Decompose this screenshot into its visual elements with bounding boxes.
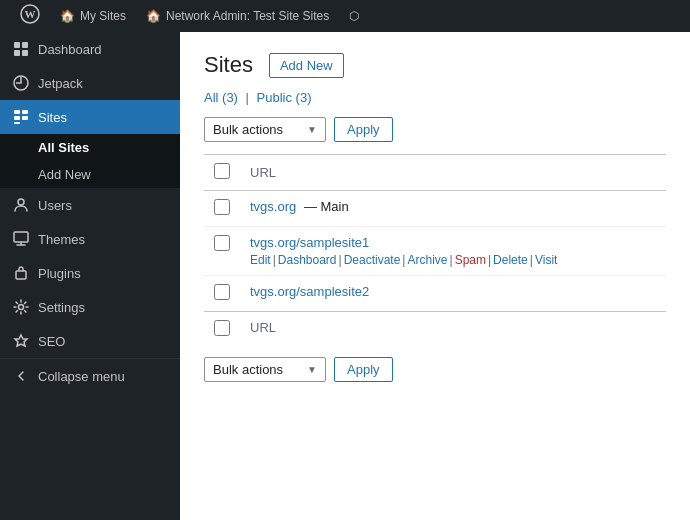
svg-rect-13 xyxy=(14,232,28,242)
site-3-cell: tvgs.org/samplesite2 xyxy=(240,276,666,312)
bulk-actions-select-bottom[interactable]: Bulk actions ▼ xyxy=(204,357,326,382)
site-2-action-dashboard[interactable]: Dashboard xyxy=(278,253,337,267)
page-header: Sites Add New xyxy=(204,52,666,78)
sidebar-sites-submenu: All Sites Add New xyxy=(0,134,180,188)
users-icon xyxy=(12,196,30,214)
site-1-suffix: — Main xyxy=(300,199,349,214)
admin-bar-wp-logo[interactable]: W xyxy=(10,0,50,32)
svg-rect-4 xyxy=(14,50,20,56)
sidebar-item-plugins-label: Plugins xyxy=(38,266,81,281)
sidebar-item-sites[interactable]: Sites xyxy=(0,100,180,134)
page-title: Sites xyxy=(204,52,253,78)
jetpack-icon xyxy=(12,74,30,92)
admin-bar-my-sites[interactable]: 🏠 My Sites xyxy=(50,0,136,32)
site-1-checkbox-cell xyxy=(204,191,240,227)
filter-links: All (3) | Public (3) xyxy=(204,90,666,105)
sidebar-item-themes-label: Themes xyxy=(38,232,85,247)
filter-separator: | xyxy=(246,90,249,105)
apply-button-top[interactable]: Apply xyxy=(334,117,393,142)
footer-url-row: URL xyxy=(204,312,666,348)
site-2-action-visit[interactable]: Visit xyxy=(535,253,557,267)
site-2-action-deactivate[interactable]: Deactivate xyxy=(344,253,401,267)
svg-rect-9 xyxy=(14,116,20,120)
network-icon: 🏠 xyxy=(146,9,161,23)
sidebar-item-users-label: Users xyxy=(38,198,72,213)
site-3-url[interactable]: tvgs.org/samplesite2 xyxy=(250,284,369,299)
bulk-actions-chevron-bottom: ▼ xyxy=(307,364,317,375)
svg-rect-10 xyxy=(22,116,28,120)
admin-bar: W 🏠 My Sites 🏠 Network Admin: Test Site … xyxy=(0,0,690,32)
site-2-checkbox-cell xyxy=(204,227,240,276)
site-3-checkbox-cell xyxy=(204,276,240,312)
svg-marker-16 xyxy=(15,335,27,346)
svg-rect-8 xyxy=(22,110,28,114)
site-1-url[interactable]: tvgs.org xyxy=(250,199,296,214)
sidebar-item-plugins[interactable]: Plugins xyxy=(0,256,180,290)
sidebar-item-sites-label: Sites xyxy=(38,110,67,125)
my-sites-icon: 🏠 xyxy=(60,9,75,23)
svg-rect-14 xyxy=(16,271,26,279)
site-2-url[interactable]: tvgs.org/samplesite1 xyxy=(250,235,369,250)
main-layout: Dashboard Jetpack Sites All Sites Add Ne… xyxy=(0,32,690,520)
site-3-checkbox[interactable] xyxy=(214,284,230,300)
sidebar-item-jetpack-label: Jetpack xyxy=(38,76,83,91)
site-2-action-delete[interactable]: Delete xyxy=(493,253,528,267)
select-all-checkbox-top[interactable] xyxy=(214,163,230,179)
sidebar-item-seo[interactable]: SEO xyxy=(0,324,180,358)
site-2-action-edit[interactable]: Edit xyxy=(250,253,271,267)
table-row: tvgs.org/samplesite2 xyxy=(204,276,666,312)
sidebar-collapse-menu[interactable]: Collapse menu xyxy=(0,358,180,393)
apply-button-bottom[interactable]: Apply xyxy=(334,357,393,382)
plugins-icon xyxy=(12,264,30,282)
site-2-checkbox[interactable] xyxy=(214,235,230,251)
bulk-actions-label-top: Bulk actions xyxy=(213,122,283,137)
table-header-checkbox-col xyxy=(204,155,240,191)
footer-url-cell: URL xyxy=(240,312,666,348)
sidebar-item-settings[interactable]: Settings xyxy=(0,290,180,324)
sidebar-item-dashboard[interactable]: Dashboard xyxy=(0,32,180,66)
sidebar-subitem-all-sites[interactable]: All Sites xyxy=(0,134,180,161)
filter-public[interactable]: Public (3) xyxy=(257,90,312,105)
sidebar-item-dashboard-label: Dashboard xyxy=(38,42,102,57)
bulk-actions-chevron-top: ▼ xyxy=(307,124,317,135)
settings-icon xyxy=(12,298,30,316)
site-1-cell: tvgs.org — Main xyxy=(240,191,666,227)
bulk-actions-row-top: Bulk actions ▼ Apply xyxy=(204,117,666,142)
table-row: tvgs.org/samplesite1 Edit|Dashboard|Deac… xyxy=(204,227,666,276)
seo-icon xyxy=(12,332,30,350)
sidebar-item-themes[interactable]: Themes xyxy=(0,222,180,256)
site-1-checkbox[interactable] xyxy=(214,199,230,215)
collapse-icon xyxy=(12,367,30,385)
svg-rect-2 xyxy=(14,42,20,48)
select-all-checkbox-bottom[interactable] xyxy=(214,320,230,336)
site-2-cell: tvgs.org/samplesite1 Edit|Dashboard|Deac… xyxy=(240,227,666,276)
svg-text:W: W xyxy=(25,8,36,20)
sidebar-item-users[interactable]: Users xyxy=(0,188,180,222)
sites-icon xyxy=(12,108,30,126)
svg-point-12 xyxy=(18,199,24,205)
table-row: tvgs.org — Main xyxy=(204,191,666,227)
sidebar-item-seo-label: SEO xyxy=(38,334,65,349)
bulk-actions-row-bottom: Bulk actions ▼ Apply xyxy=(204,357,666,382)
admin-bar-plugin[interactable]: ⬡ xyxy=(339,0,369,32)
site-2-action-spam[interactable]: Spam xyxy=(455,253,486,267)
admin-bar-network-admin[interactable]: 🏠 Network Admin: Test Site Sites xyxy=(136,0,339,32)
svg-rect-11 xyxy=(14,122,20,124)
svg-rect-3 xyxy=(22,42,28,48)
bulk-actions-select-top[interactable]: Bulk actions ▼ xyxy=(204,117,326,142)
dashboard-icon xyxy=(12,40,30,58)
collapse-menu-label: Collapse menu xyxy=(38,369,125,384)
svg-point-15 xyxy=(19,305,24,310)
wp-icon: W xyxy=(20,4,40,29)
sidebar-item-jetpack[interactable]: Jetpack xyxy=(0,66,180,100)
svg-rect-7 xyxy=(14,110,20,114)
sidebar-subitem-add-new[interactable]: Add New xyxy=(0,161,180,188)
themes-icon xyxy=(12,230,30,248)
bulk-actions-label-bottom: Bulk actions xyxy=(213,362,283,377)
plugin-icon: ⬡ xyxy=(349,9,359,23)
filter-all[interactable]: All (3) xyxy=(204,90,238,105)
sidebar: Dashboard Jetpack Sites All Sites Add Ne… xyxy=(0,32,180,520)
add-new-button[interactable]: Add New xyxy=(269,53,344,78)
content-area: Sites Add New All (3) | Public (3) Bulk … xyxy=(180,32,690,520)
site-2-action-archive[interactable]: Archive xyxy=(407,253,447,267)
